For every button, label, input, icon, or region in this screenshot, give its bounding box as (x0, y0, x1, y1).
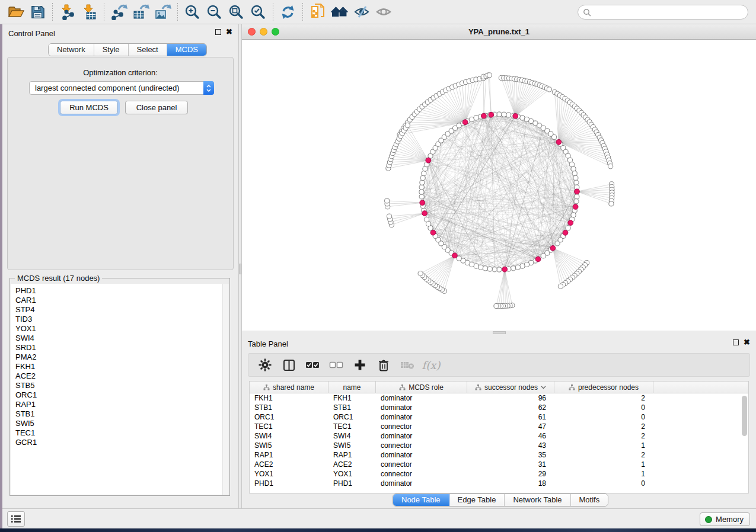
float-panel-icon[interactable] (215, 29, 221, 35)
network-node[interactable] (515, 265, 520, 270)
show-graphics-details-button[interactable] (372, 2, 394, 22)
network-node[interactable] (479, 265, 483, 270)
network-node[interactable] (506, 113, 511, 117)
close-panel-icon[interactable]: ✖ (744, 339, 750, 345)
network-node[interactable] (541, 254, 546, 258)
mcds-result-item[interactable]: CAR1 (15, 296, 222, 305)
satellite-node[interactable] (609, 201, 614, 206)
network-node[interactable] (571, 166, 576, 171)
mcds-result-item[interactable]: RAP1 (15, 400, 222, 409)
search-input[interactable] (591, 7, 748, 18)
mcds-node[interactable] (556, 139, 562, 145)
satellite-node[interactable] (608, 164, 613, 169)
mcds-node[interactable] (452, 253, 457, 258)
network-canvas[interactable] (242, 40, 756, 331)
network-node[interactable] (474, 264, 479, 268)
tab-network[interactable]: Network (49, 44, 94, 56)
mcds-result-item[interactable]: SRD1 (15, 343, 222, 352)
network-node[interactable] (497, 267, 502, 272)
select-all-button[interactable] (302, 355, 323, 375)
table-row[interactable]: RAP1RAP1dominator352 (250, 450, 748, 460)
table-row[interactable]: PHD1PHD1dominator180 (250, 479, 748, 488)
network-node[interactable] (423, 166, 428, 171)
show-columns-button[interactable] (278, 355, 299, 375)
network-node[interactable] (419, 185, 424, 190)
mcds-result-item[interactable]: TEC1 (15, 428, 222, 438)
table-options-button[interactable] (254, 355, 276, 375)
tab-node-table[interactable]: Node Table (393, 494, 449, 506)
column-header-successor-nodes[interactable]: successor nodes (467, 382, 554, 393)
mcds-node[interactable] (430, 230, 436, 235)
mcds-node[interactable] (535, 257, 541, 262)
export-image-button[interactable] (152, 2, 174, 22)
tab-edge-table[interactable]: Edge Table (449, 494, 505, 506)
network-node[interactable] (419, 194, 424, 199)
memory-button[interactable]: Memory (700, 512, 750, 526)
mcds-result-item[interactable]: ACE2 (15, 371, 222, 381)
network-node[interactable] (497, 112, 502, 117)
search-field[interactable] (578, 5, 748, 20)
close-panel-icon[interactable]: ✖ (226, 29, 232, 35)
zoom-fit-button[interactable] (225, 2, 247, 22)
table-row[interactable]: SWI5SWI5connector431 (250, 441, 748, 450)
close-window-icon[interactable] (248, 28, 256, 36)
column-header-name[interactable]: name (328, 382, 376, 393)
network-node[interactable] (569, 162, 574, 166)
save-session-button[interactable] (27, 2, 49, 22)
network-node[interactable] (502, 112, 506, 117)
mcds-node[interactable] (481, 113, 486, 118)
mcds-node[interactable] (563, 230, 568, 235)
network-node[interactable] (424, 217, 429, 222)
network-node[interactable] (419, 190, 424, 194)
import-network-button[interactable] (56, 2, 78, 22)
export-table-button[interactable] (130, 2, 152, 22)
satellite-node[interactable] (405, 123, 410, 127)
mcds-node[interactable] (502, 267, 508, 272)
mcds-result-item[interactable]: TID3 (15, 315, 222, 324)
network-node[interactable] (420, 180, 425, 185)
mcds-result-item[interactable]: STB5 (15, 381, 222, 390)
tab-style[interactable]: Style (94, 44, 129, 56)
table-row[interactable]: STB1STB1dominator620 (250, 403, 748, 412)
maximize-window-icon[interactable] (272, 28, 279, 36)
share-document-button[interactable] (307, 2, 328, 22)
mcds-node[interactable] (462, 120, 468, 125)
hide-graphics-details-button[interactable] (350, 2, 372, 22)
network-node[interactable] (572, 171, 577, 176)
mcds-result-item[interactable]: PHD1 (15, 286, 222, 296)
tab-network-table[interactable]: Network Table (505, 494, 570, 506)
network-node[interactable] (487, 267, 492, 271)
mcds-node[interactable] (575, 189, 580, 194)
home-network-button[interactable] (328, 2, 350, 22)
delete-row-button[interactable] (373, 355, 394, 375)
network-node[interactable] (566, 226, 570, 230)
network-node[interactable] (492, 267, 497, 272)
mcds-node[interactable] (422, 211, 428, 216)
table-row[interactable]: TEC1TEC1connector472 (250, 422, 748, 431)
network-node[interactable] (555, 241, 560, 246)
show-task-history-button[interactable] (7, 511, 25, 527)
network-node[interactable] (574, 199, 579, 204)
deselect-all-button[interactable] (326, 355, 347, 375)
zoom-in-button[interactable] (181, 2, 203, 22)
network-node[interactable] (573, 175, 578, 180)
add-row-button[interactable] (349, 355, 371, 375)
column-header-MCDS-role[interactable]: MCDS role (376, 382, 467, 393)
network-node[interactable] (422, 171, 426, 176)
network-node[interactable] (420, 175, 425, 180)
table-scrollbar-thumb[interactable] (742, 396, 747, 436)
tab-select[interactable]: Select (129, 44, 167, 56)
network-node[interactable] (474, 116, 479, 120)
mcds-result-item[interactable]: SWI4 (15, 334, 222, 343)
mcds-result-item[interactable]: ORC1 (15, 390, 222, 400)
horizontal-splitter[interactable] (242, 331, 756, 335)
mcds-node[interactable] (568, 220, 573, 226)
mcds-result-item[interactable]: PMA2 (15, 352, 222, 362)
export-network-button[interactable] (108, 2, 130, 22)
network-window-titlebar[interactable]: YPA_prune.txt_1 (242, 24, 756, 40)
mcds-node[interactable] (513, 113, 518, 118)
mcds-node[interactable] (550, 245, 556, 251)
mcds-result-item[interactable]: STP4 (15, 305, 222, 315)
satellite-node[interactable] (558, 284, 563, 289)
column-header-predecessor-nodes[interactable]: predecessor nodes (554, 382, 653, 393)
